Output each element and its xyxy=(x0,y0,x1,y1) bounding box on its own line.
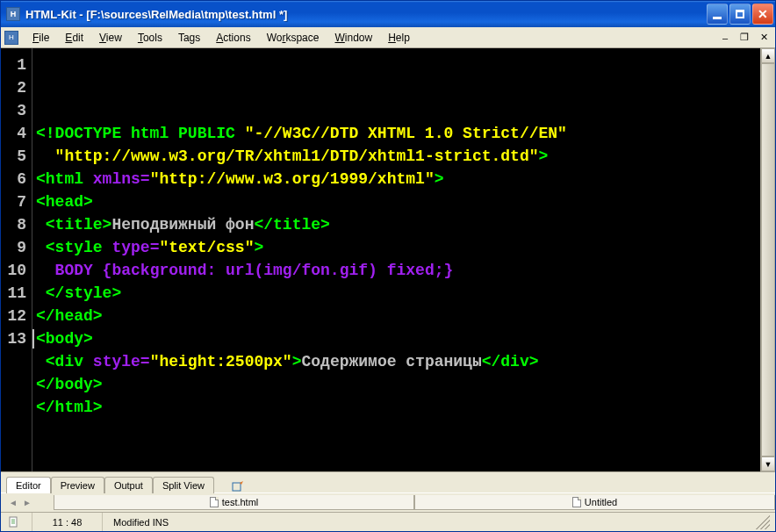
line-number: 7 xyxy=(1,191,26,213)
menu-help[interactable]: Help xyxy=(381,30,417,46)
line-number: 4 xyxy=(1,122,26,145)
line-gutter: 12345678910111213 xyxy=(1,48,32,471)
line-number: 5 xyxy=(1,145,26,168)
line-number: 3 xyxy=(1,99,26,122)
code-line[interactable]: <head> xyxy=(36,191,760,213)
document-tabs: ◄ ► test.html Untitled xyxy=(1,492,775,512)
menubar-app-icon[interactable]: H xyxy=(4,31,18,45)
code-line[interactable]: "http://www.w3.org/TR/xhtml1/DTD/xhtml1-… xyxy=(36,145,760,168)
code-line[interactable]: <body> xyxy=(36,327,760,350)
line-number: 9 xyxy=(1,236,26,259)
line-number: 12 xyxy=(1,305,26,327)
menu-edit[interactable]: Edit xyxy=(58,30,90,46)
menu-file[interactable]: File xyxy=(25,30,56,46)
status-modified: Modified INS xyxy=(103,513,208,531)
code-line[interactable]: <!DOCTYPE html PUBLIC "-//W3C//DTD XHTML… xyxy=(36,122,760,145)
tab-action-icon[interactable] xyxy=(232,480,244,492)
vertical-scrollbar[interactable]: ▲ ▼ xyxy=(760,48,775,471)
resize-grip-icon[interactable] xyxy=(756,515,770,529)
code-line[interactable]: <html xmlns="http://www.w3.org/1999/xhtm… xyxy=(36,168,760,191)
scroll-down-icon[interactable]: ▼ xyxy=(761,457,775,471)
code-line[interactable]: <style type="text/css"> xyxy=(36,236,760,259)
menu-view[interactable]: View xyxy=(92,30,129,46)
line-number: 11 xyxy=(1,282,26,305)
status-doc-icon xyxy=(8,516,20,528)
svg-rect-0 xyxy=(233,483,241,491)
tab-preview[interactable]: Preview xyxy=(51,477,104,493)
tab-editor[interactable]: Editor xyxy=(6,477,51,493)
code-line[interactable]: </body> xyxy=(36,373,760,396)
doc-tab-untitled[interactable]: Untitled xyxy=(414,495,775,510)
line-number: 1 xyxy=(1,54,26,76)
scroll-thumb[interactable] xyxy=(761,63,775,457)
code-line[interactable]: <title>Неподвижный фон</title> xyxy=(36,213,760,236)
mdi-minimize-icon[interactable]: – xyxy=(717,30,733,46)
doc-tab-testhtml[interactable]: test.html xyxy=(54,495,414,510)
statusbar: 11 : 48 Modified INS xyxy=(1,512,775,531)
menubar: H File Edit View Tools Tags Actions Work… xyxy=(1,27,775,48)
status-icon-cell xyxy=(6,513,32,531)
editor-area: 12345678910111213 <!DOCTYPE html PUBLIC … xyxy=(1,48,775,471)
line-number: 8 xyxy=(1,213,26,236)
app-icon: H xyxy=(6,7,20,21)
line-number: 10 xyxy=(1,259,26,282)
status-cursor-pos: 11 : 48 xyxy=(32,513,103,531)
maximize-button[interactable] xyxy=(729,4,751,25)
text-cursor xyxy=(32,329,34,349)
menu-workspace[interactable]: Workspace xyxy=(260,30,327,46)
code-line[interactable]: </html> xyxy=(36,396,760,419)
mdi-restore-icon[interactable]: ❐ xyxy=(736,30,752,46)
document-icon xyxy=(210,497,219,507)
titlebar[interactable]: H HTML-Kit - [F:\sources\RelMedia\tmp\te… xyxy=(1,1,775,27)
tab-split-view[interactable]: Split View xyxy=(153,477,214,493)
menu-window[interactable]: Window xyxy=(327,30,379,46)
code-line[interactable]: BODY {background: url(img/fon.gif) fixed… xyxy=(36,259,760,282)
menu-actions[interactable]: Actions xyxy=(209,30,257,46)
menu-tools[interactable]: Tools xyxy=(131,30,169,46)
code-line[interactable]: </head> xyxy=(36,305,760,327)
menu-tags[interactable]: Tags xyxy=(171,30,207,46)
line-number: 6 xyxy=(1,168,26,191)
view-tabs: Editor Preview Output Split View xyxy=(1,471,775,492)
doc-tabs-next-icon[interactable]: ► xyxy=(22,498,32,508)
mdi-close-icon[interactable]: ✕ xyxy=(756,30,772,46)
titlebar-text: HTML-Kit - [F:\sources\RelMedia\tmp\test… xyxy=(24,8,707,21)
code-line[interactable]: </style> xyxy=(36,282,760,305)
line-number: 2 xyxy=(1,76,26,99)
minimize-button[interactable] xyxy=(707,4,728,25)
code-line[interactable]: <div style="height:2500px">Содержимое ст… xyxy=(36,350,760,373)
line-number: 13 xyxy=(1,327,26,350)
close-button[interactable]: ✕ xyxy=(752,4,773,25)
code-editor[interactable]: <!DOCTYPE html PUBLIC "-//W3C//DTD XHTML… xyxy=(32,48,760,471)
tab-output[interactable]: Output xyxy=(104,477,153,493)
scroll-up-icon[interactable]: ▲ xyxy=(761,48,775,63)
doc-tabs-prev-icon[interactable]: ◄ xyxy=(8,498,18,508)
document-icon xyxy=(572,497,581,507)
